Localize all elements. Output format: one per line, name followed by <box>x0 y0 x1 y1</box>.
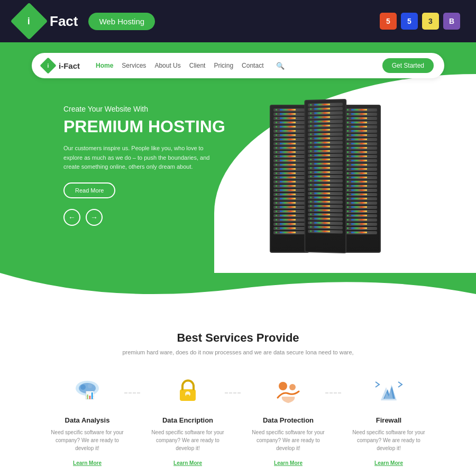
top-bar: i Fact Web Hosting 5 5 3 B <box>0 0 476 42</box>
service-card-encryption: Data Encription Need specific software f… <box>143 377 233 467</box>
svg-text:📊: 📊 <box>85 391 95 400</box>
next-arrow-button[interactable]: → <box>86 209 103 226</box>
hero-arrows: ← → <box>63 209 238 226</box>
connector-3 <box>325 392 341 393</box>
nav-logo: i i-Fact <box>42 60 80 71</box>
wave-svg <box>0 273 476 305</box>
service-desc-analysis: Need specific software for your company?… <box>48 428 127 452</box>
hero-description: Our customers inspire us. People like yo… <box>63 144 212 172</box>
navbar: i i-Fact Home Services About Us Client P… <box>32 53 444 78</box>
firewall-icon <box>373 377 405 408</box>
hero-title: PREMIUM HOSTING <box>63 117 238 136</box>
data-analysis-icon: 📊 <box>71 377 103 408</box>
hero-left: Create Your Website With PREMIUM HOSTING… <box>63 94 238 253</box>
service-desc-firewall: Need specific software for your company?… <box>349 428 428 452</box>
data-encryption-icon <box>172 377 204 408</box>
nav-home[interactable]: Home <box>96 62 113 69</box>
server-rack-center <box>304 99 346 253</box>
service-name-encryption: Data Encription <box>148 416 227 424</box>
svg-rect-7 <box>186 395 189 398</box>
server-illustration <box>262 94 389 253</box>
prev-arrow-button[interactable]: ← <box>63 209 80 226</box>
data-protection-icon <box>272 377 304 408</box>
logo-diamond-icon: i <box>11 3 48 40</box>
bootstrap-badge: B <box>443 13 460 30</box>
logo-area: i Fact Web Hosting <box>16 8 155 34</box>
service-link-analysis[interactable]: Learn More <box>73 460 102 466</box>
service-link-encryption[interactable]: Learn More <box>173 460 202 466</box>
tech-badges: 5 5 3 B <box>380 13 460 30</box>
svg-point-3 <box>88 384 92 388</box>
service-name-analysis: Data Analysis <box>48 416 127 424</box>
server-rack-left <box>270 105 309 253</box>
service-card-protection: Data Protection Need specific software f… <box>243 377 333 467</box>
service-name-protection: Data Protection <box>249 416 328 424</box>
main-content: i i-Fact Home Services About Us Client P… <box>0 42 476 476</box>
nav-links: Home Services About Us Client Pricing Co… <box>96 62 285 70</box>
html5-badge: 5 <box>380 13 397 30</box>
services-section: Best Services Provide premium hard ware,… <box>0 305 476 476</box>
services-subtitle: premium hard ware, does do it now proces… <box>42 349 434 355</box>
hero-subtitle: Create Your Website With <box>63 105 238 113</box>
nav-logo-text: i-Fact <box>59 61 80 70</box>
svg-point-9 <box>289 384 296 390</box>
nav-client[interactable]: Client <box>189 62 206 69</box>
svg-point-2 <box>80 385 86 390</box>
services-title: Best Services Provide <box>42 331 434 345</box>
service-desc-protection: Need specific software for your company?… <box>249 428 328 452</box>
logo-text: Fact <box>50 13 78 30</box>
connector-1 <box>124 392 140 393</box>
service-name-firewall: Firewall <box>349 416 428 424</box>
nav-pricing[interactable]: Pricing <box>214 62 233 69</box>
wave-transition <box>0 273 476 305</box>
hero-section: i i-Fact Home Services About Us Client P… <box>0 42 476 274</box>
service-desc-encryption: Need specific software for your company?… <box>148 428 227 452</box>
css3-badge: 5 <box>401 13 418 30</box>
nav-services[interactable]: Services <box>122 62 146 69</box>
search-icon[interactable]: 🔍 <box>276 62 285 70</box>
services-grid: 📊 Data Analysis Need specific software f… <box>42 377 434 467</box>
hero-right <box>238 94 413 253</box>
svg-point-8 <box>279 382 287 390</box>
nav-about[interactable]: About Us <box>154 62 180 69</box>
nav-contact[interactable]: Contact <box>242 62 263 69</box>
hero-content: Create Your Website With PREMIUM HOSTING… <box>0 78 476 274</box>
service-link-firewall[interactable]: Learn More <box>374 460 403 466</box>
nav-logo-diamond: i <box>40 57 56 74</box>
web-hosting-badge: Web Hosting <box>88 13 155 30</box>
connector-2 <box>225 392 241 393</box>
service-link-protection[interactable]: Learn More <box>274 460 303 466</box>
read-more-button[interactable]: Read More <box>63 182 115 198</box>
service-card-analysis: 📊 Data Analysis Need specific software f… <box>42 377 132 467</box>
service-card-firewall: Firewall Need specific software for your… <box>344 377 434 467</box>
get-started-button[interactable]: Get Started <box>382 58 434 73</box>
server-rack-right <box>341 105 381 253</box>
jquery-badge: 3 <box>422 13 439 30</box>
